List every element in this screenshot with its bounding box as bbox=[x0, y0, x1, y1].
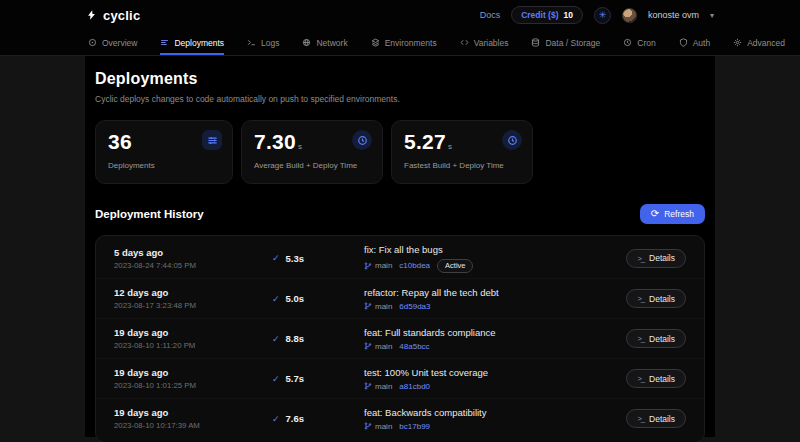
credit-badge[interactable]: Credit ($) 10 bbox=[511, 6, 583, 24]
stat-unit: s bbox=[298, 142, 302, 151]
stat-cards: 36 Deployments 7.30s Average Build + Dep… bbox=[95, 120, 705, 184]
details-button[interactable]: >_ Details bbox=[626, 329, 686, 348]
tab-data-storage[interactable]: Data / Storage bbox=[531, 30, 600, 55]
timer-icon bbox=[352, 130, 372, 150]
bars-icon bbox=[160, 38, 169, 47]
details-button[interactable]: >_ Details bbox=[626, 289, 686, 308]
deploy-duration: 5.7s bbox=[286, 373, 305, 384]
tab-deployments[interactable]: Deployments bbox=[160, 30, 224, 55]
deployment-history-list: 5 days ago 2023-08-24 7:44:05 PM ✓ 5.3s … bbox=[95, 235, 705, 442]
stat-label: Deployments bbox=[108, 161, 220, 170]
git-branch-icon bbox=[364, 422, 372, 430]
terminal-icon: >_ bbox=[637, 414, 644, 423]
deploy-age: 19 days ago bbox=[114, 327, 272, 338]
check-icon: ✓ bbox=[272, 414, 280, 424]
stat-card-fastest-time: 5.27s Fastest Build + Deploy Time bbox=[391, 120, 533, 184]
credit-value: 10 bbox=[563, 10, 572, 20]
deploy-age: 5 days ago bbox=[114, 247, 272, 258]
terminal-icon bbox=[247, 38, 256, 47]
details-button[interactable]: >_ Details bbox=[626, 249, 686, 268]
deploy-age: 19 days ago bbox=[114, 367, 272, 378]
commit-hash-link[interactable]: 48a5bcc bbox=[399, 342, 429, 351]
stat-label: Average Build + Deploy Time bbox=[254, 161, 370, 170]
deploy-duration: 8.8s bbox=[286, 333, 305, 344]
terminal-icon: >_ bbox=[637, 334, 644, 343]
brand-logo[interactable]: cyclic bbox=[86, 8, 140, 23]
check-icon: ✓ bbox=[272, 253, 280, 263]
brand-name: cyclic bbox=[103, 8, 140, 23]
target-icon bbox=[88, 38, 97, 47]
branch: main bbox=[364, 261, 392, 270]
globe-icon bbox=[302, 38, 311, 47]
deploy-timestamp: 2023-08-24 7:44:05 PM bbox=[114, 261, 272, 270]
tab-environments[interactable]: Environments bbox=[371, 30, 437, 55]
tab-logs[interactable]: Logs bbox=[247, 30, 279, 55]
sliders-icon bbox=[202, 130, 222, 150]
username: konoste ovm bbox=[648, 10, 699, 20]
details-button[interactable]: >_ Details bbox=[626, 369, 686, 388]
chevron-down-icon[interactable]: ▾ bbox=[710, 11, 714, 20]
terminal-icon: >_ bbox=[637, 254, 644, 263]
app-window: cyclic Docs Credit ($) 10 ✳ konoste ovm … bbox=[0, 0, 800, 442]
timer-icon bbox=[502, 130, 522, 150]
tab-auth[interactable]: Auth bbox=[679, 30, 711, 55]
branch: main bbox=[364, 302, 392, 311]
main-content: Deployments Cyclic deploys changes to co… bbox=[85, 56, 715, 437]
deployment-row: 19 days ago 2023-08-10 10:17:39 AM ✓ 7.6… bbox=[96, 398, 704, 438]
commit-hash-link[interactable]: 6d59da3 bbox=[399, 302, 430, 311]
deploy-timestamp: 2023-08-17 3:23:48 PM bbox=[114, 301, 272, 310]
commit-message: fix: Fix all the bugs bbox=[364, 244, 626, 255]
refresh-button[interactable]: ⟳ Refresh bbox=[640, 204, 705, 224]
branch: main bbox=[364, 342, 392, 351]
page-subtitle: Cyclic deploys changes to code automatic… bbox=[95, 94, 705, 104]
deploy-duration: 5.0s bbox=[286, 293, 305, 304]
sparkle-icon: ✳ bbox=[599, 10, 607, 20]
check-icon: ✓ bbox=[272, 294, 280, 304]
stat-unit: s bbox=[448, 142, 452, 151]
deployment-row: 12 days ago 2023-08-17 3:23:48 PM ✓ 5.0s… bbox=[96, 278, 704, 318]
check-icon: ✓ bbox=[272, 334, 280, 344]
tab-variables[interactable]: Variables bbox=[460, 30, 509, 55]
git-branch-icon bbox=[364, 382, 372, 390]
commit-hash-link[interactable]: a81cbd0 bbox=[399, 382, 430, 391]
database-icon bbox=[531, 38, 540, 47]
git-branch-icon bbox=[364, 262, 372, 270]
branch: main bbox=[364, 422, 392, 431]
deploy-timestamp: 2023-08-10 1:11:20 PM bbox=[114, 341, 272, 350]
nav-tabs: Overview Deployments Logs Network Enviro… bbox=[0, 30, 800, 56]
sparkle-icon-button[interactable]: ✳ bbox=[594, 7, 611, 24]
commit-message: refactor: Repay all the tech debt bbox=[364, 287, 626, 298]
deploy-timestamp: 2023-08-10 1:01:25 PM bbox=[114, 381, 272, 390]
stat-label: Fastest Build + Deploy Time bbox=[404, 161, 520, 170]
deployment-row: 19 days ago 2023-08-10 1:01:25 PM ✓ 5.7s… bbox=[96, 358, 704, 398]
refresh-icon: ⟳ bbox=[651, 209, 659, 219]
deploy-duration: 5.3s bbox=[286, 253, 305, 264]
branch: main bbox=[364, 382, 392, 391]
commit-message: feat: Full standards compliance bbox=[364, 327, 626, 338]
check-icon: ✓ bbox=[272, 374, 280, 384]
docs-link[interactable]: Docs bbox=[480, 10, 501, 20]
deployment-row: 19 days ago 2023-08-10 1:11:20 PM ✓ 8.8s… bbox=[96, 318, 704, 358]
deploy-age: 19 days ago bbox=[114, 407, 272, 418]
tab-network[interactable]: Network bbox=[302, 30, 347, 55]
commit-hash-link[interactable]: bc17b99 bbox=[399, 422, 430, 431]
gear-icon bbox=[733, 38, 742, 47]
deploy-duration: 7.6s bbox=[286, 413, 305, 424]
tab-advanced[interactable]: Advanced bbox=[733, 30, 785, 55]
stat-value: 5.27 bbox=[404, 130, 446, 153]
stat-value: 36 bbox=[108, 130, 132, 153]
details-button[interactable]: >_ Details bbox=[626, 409, 686, 428]
page-title: Deployments bbox=[95, 70, 705, 88]
layers-icon bbox=[371, 38, 380, 47]
bolt-icon bbox=[86, 8, 97, 22]
tab-cron[interactable]: Cron bbox=[623, 30, 655, 55]
code-icon bbox=[460, 38, 469, 47]
tab-overview[interactable]: Overview bbox=[88, 30, 137, 55]
stat-card-deployments: 36 Deployments bbox=[95, 120, 233, 184]
history-title: Deployment History bbox=[95, 208, 204, 220]
commit-hash-link[interactable]: c10bdea bbox=[399, 261, 430, 270]
stat-card-average-time: 7.30s Average Build + Deploy Time bbox=[241, 120, 383, 184]
deployment-row: 5 days ago 2023-08-24 7:44:05 PM ✓ 5.3s … bbox=[96, 238, 704, 278]
git-branch-icon bbox=[364, 302, 372, 310]
avatar[interactable] bbox=[622, 8, 637, 23]
